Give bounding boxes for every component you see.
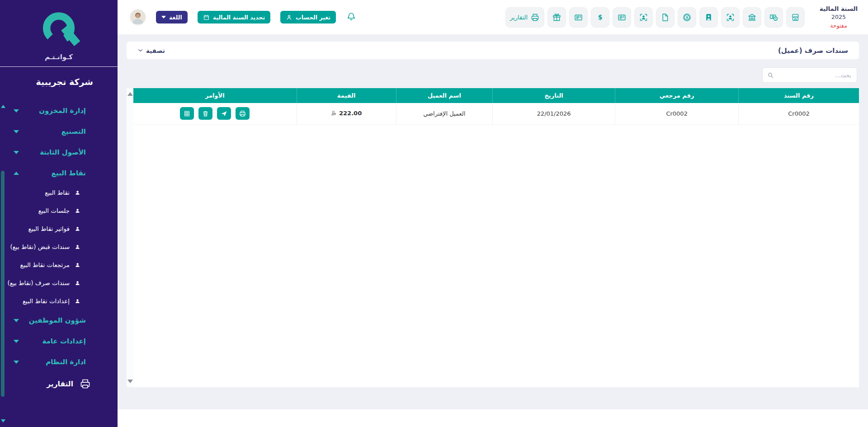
page-content: سندات صرف (عميل) تصفية (118, 34, 868, 409)
user-icon (75, 190, 80, 196)
store-toolbar-button[interactable] (786, 7, 805, 28)
sidebar-item-system-admin[interactable]: ادارة النظام (0, 352, 118, 372)
pos-submenu: نقاط البيع جلسات البيع فواتير نقاط البيع… (0, 183, 118, 310)
sidebar-item-general-settings[interactable]: إعدادات عامة (0, 331, 118, 352)
sidebar-scrollbar-thumb[interactable] (1, 171, 5, 397)
user-icon (286, 14, 292, 21)
scroll-down-arrow-icon[interactable] (127, 380, 133, 383)
sidebar: كـوانـتـم شركة تجريبية إدارة المخزون الت… (0, 0, 118, 427)
user-icon (75, 280, 80, 286)
fiscal-year-open-status: مفتوحة (812, 22, 865, 30)
coin-dollar-toolbar-button[interactable]: $ (678, 7, 696, 28)
row-delete-button[interactable] (198, 107, 212, 120)
cash-refund-toolbar-button[interactable] (764, 7, 783, 28)
column-header-date: التاريخ (493, 88, 615, 103)
sidebar-item-fixed-assets[interactable]: الأصول الثابتة (0, 142, 118, 163)
language-label: اللغة (169, 14, 182, 21)
table-wrap: رقم السند رقم مرجعي التاريخ اسم العميل ا… (133, 88, 859, 387)
sidebar-subitem-pos-payment-vouchers[interactable]: سندات صرف (نقاط بيع) (0, 274, 118, 292)
sidebar-item-label: الأصول الثابتة (40, 148, 86, 156)
sidebar-subitem-pos-returns[interactable]: مرتجعات نقاط البيع (0, 256, 118, 274)
svg-text:$: $ (598, 14, 603, 21)
sidebar-item-pos[interactable]: نقاط البيع (0, 163, 118, 183)
printer-icon (530, 13, 540, 22)
chevron-down-icon (14, 151, 19, 154)
chevron-down-icon (161, 16, 166, 19)
customer-frame-icon (726, 13, 735, 22)
user-icon (75, 262, 80, 268)
sidebar-subitem-pos-settings[interactable]: إعدادات نقاط البيع (0, 292, 118, 310)
row-details-grid-button[interactable] (180, 107, 194, 120)
reports-toolbar-label: التقارير (510, 14, 528, 21)
id-badge-toolbar-button[interactable] (699, 7, 718, 28)
sidebar-subitem-pos-receipt-vouchers[interactable]: سندات قبض (نقاط بيع) (0, 238, 118, 256)
gift-toolbar-button[interactable] (547, 7, 566, 28)
cell-customer: العميل الإفتراضي (396, 103, 492, 124)
dollar-toolbar-button[interactable]: $ (591, 7, 609, 28)
sidebar-item-label: التقارير (47, 380, 73, 388)
coin-dollar-icon: $ (682, 13, 692, 22)
sidebar-item-label: إعدادات عامة (42, 337, 86, 345)
fiscal-year-status: السنة المالية 2025 مفتوحة (812, 4, 865, 30)
sidebar-item-label: ادارة النظام (46, 358, 86, 366)
table-row: Cr0002 Cr0002 22/01/2026 العميل الإفتراض… (133, 103, 859, 124)
calendar-icon (203, 14, 210, 21)
id-badge-icon (704, 13, 713, 22)
customer-frame-2-toolbar-button[interactable] (721, 7, 740, 28)
sidebar-item-label: إدارة المخزون (39, 107, 86, 115)
bank-toolbar-button[interactable] (743, 7, 761, 28)
language-button[interactable]: اللغة (156, 11, 188, 23)
document-icon (660, 13, 670, 22)
app-logo: كـوانـتـم (0, 0, 118, 67)
invoice-list-2-toolbar-button[interactable] (613, 7, 631, 28)
table-card: رقم السند رقم مرجعي التاريخ اسم العميل ا… (127, 88, 859, 387)
change-account-button[interactable]: تغير الحساب (280, 11, 336, 23)
cash-refund-icon (769, 13, 778, 22)
printer-icon (79, 378, 91, 390)
sidebar-subitem-pos-points[interactable]: نقاط البيع (0, 183, 118, 202)
sidebar-item-inventory[interactable]: إدارة المخزون (0, 100, 118, 121)
user-avatar[interactable] (130, 9, 146, 25)
sidebar-item-manufacturing[interactable]: التصنيع (0, 121, 118, 142)
sidebar-scrollbar[interactable] (1, 103, 5, 424)
table-scrollbar[interactable] (127, 88, 133, 387)
document-toolbar-button[interactable] (656, 7, 675, 28)
invoice-list-toolbar-button[interactable] (569, 7, 588, 28)
q-logo-icon (35, 9, 82, 56)
chevron-down-icon (14, 109, 19, 113)
fiscal-year-label: السنة المالية (812, 4, 865, 13)
chevron-down-icon (137, 47, 143, 53)
notifications-bell-button[interactable] (346, 11, 357, 23)
app-root: اللغة تحديد السنة المالية تغير الحساب (0, 0, 868, 427)
sidebar-subitem-label: فواتير نقاط البيع (28, 225, 70, 232)
sidebar-subitem-label: سندات صرف (نقاط بيع) (8, 279, 70, 286)
store-icon (791, 13, 800, 22)
filter-toggle[interactable]: تصفية (137, 47, 165, 54)
sidebar-item-reports[interactable]: التقارير (0, 378, 118, 390)
row-send-button[interactable] (217, 107, 231, 120)
bell-icon (346, 11, 357, 22)
select-fiscal-year-button[interactable]: تحديد السنة المالية (198, 11, 270, 23)
search-icon (767, 71, 774, 79)
logo-wordmark: كـوانـتـم (45, 53, 73, 61)
user-icon (75, 244, 80, 250)
sidebar-menu: إدارة المخزون التصنيع الأصول الثابتة نقا… (0, 100, 118, 390)
saudi-riyal-icon (331, 110, 337, 116)
grid-icon (183, 110, 191, 117)
scroll-up-arrow-icon[interactable] (127, 92, 133, 96)
column-header-doc-no: رقم السند (739, 88, 859, 103)
sidebar-subitem-pos-invoices[interactable]: فواتير نقاط البيع (0, 220, 118, 238)
topbar: اللغة تحديد السنة المالية تغير الحساب (118, 0, 868, 34)
reports-toolbar-button[interactable]: التقارير (505, 7, 544, 28)
sidebar-item-hr[interactable]: شؤون الموظفين (0, 310, 118, 331)
row-print-button[interactable] (236, 107, 250, 120)
sidebar-subitem-pos-sessions[interactable]: جلسات البيع (0, 202, 118, 220)
chevron-down-icon (14, 361, 19, 364)
gift-icon (552, 13, 561, 22)
sidebar-scroll-down-icon[interactable] (1, 419, 5, 422)
bottom-strip (118, 409, 868, 427)
cell-date: 22/01/2026 (493, 103, 615, 124)
quick-access-toolbar: التقارير $ (505, 7, 805, 28)
customer-frame-toolbar-button[interactable] (634, 7, 653, 28)
search-input[interactable] (763, 68, 857, 82)
